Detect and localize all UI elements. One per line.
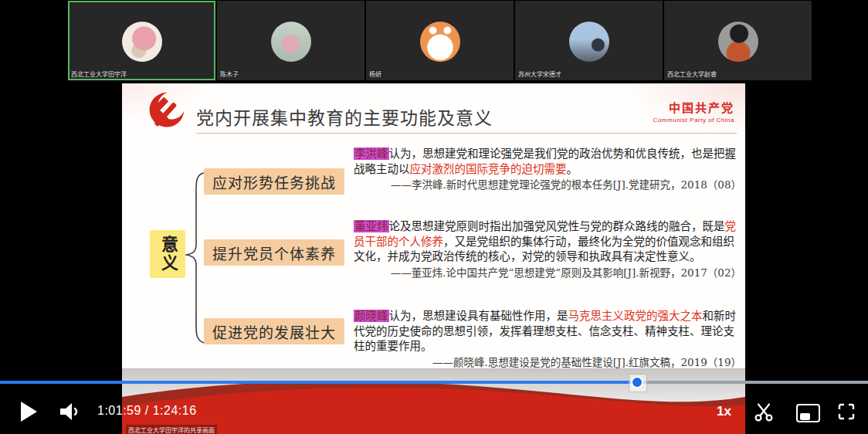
participant-name: 苏州大学宋德才	[518, 70, 561, 78]
avatar	[122, 22, 162, 62]
pip-button[interactable]	[796, 404, 820, 422]
diagram-root-box: 意义	[150, 230, 185, 278]
branch-box: 应对形势任务挑战	[204, 168, 344, 195]
party-emblem-icon	[144, 90, 187, 134]
brace-connector	[185, 168, 205, 351]
avatar	[718, 22, 758, 62]
participant-tile[interactable]: 杨妍	[366, 1, 514, 80]
slide-title: 党内开展集中教育的主要功能及意义	[196, 103, 493, 130]
progress-fill	[0, 381, 637, 384]
volume-button[interactable]	[59, 402, 83, 425]
fullscreen-icon	[838, 403, 855, 423]
participant-strip: 西北工业大学田宇洋 陈木子 杨妍 苏州大学宋德才 西北工业大学赵睿	[0, 0, 868, 81]
participant-name: 西北工业大学赵睿	[667, 70, 717, 78]
video-player: 西北工业大学田宇洋 陈木子 杨妍 苏州大学宋德才 西北工业大学赵睿	[0, 0, 868, 434]
quote-block: 董亚炜论及思想建党原则时指出加强党风党性与党的群众路线的融合，既是党员干部的个人…	[354, 219, 741, 280]
participant-name: 杨妍	[369, 70, 381, 78]
avatar	[420, 22, 460, 62]
brand-block: 中国共产党 Communist Party of China	[653, 99, 734, 124]
brand-cn: 中国共产党	[653, 99, 734, 115]
progress-track[interactable]	[0, 381, 868, 384]
quote-block: 李洪峰认为，思想建党和理论强党是我们党的政治优势和优良传统，也是把握战略主动以应…	[354, 147, 741, 193]
participant-tile[interactable]: 苏州大学宋德才	[515, 1, 663, 80]
citation: ——董亚炜.论中国共产党“思想建党”原则及其影响[J].新视野，2017（02）	[354, 266, 741, 281]
quote-block: 颜晓峰认为，思想建设具有基础性作用，是马克思主义政党的强大之本和新时代党的历史使…	[354, 309, 741, 370]
branch-box: 促进党的发展壮大	[204, 318, 344, 344]
participant-tile[interactable]: 陈木子	[217, 1, 364, 80]
play-button[interactable]	[21, 402, 37, 422]
participant-tile[interactable]: 西北工业大学赵睿	[664, 1, 812, 80]
avatar	[569, 22, 609, 62]
participant-tile[interactable]: 西北工业大学田宇洋	[68, 1, 215, 80]
quote-text: 董亚炜论及思想建党原则时指出加强党风党性与党的群众路线的融合，既是党员干部的个人…	[354, 219, 741, 265]
avatar	[271, 22, 311, 62]
clip-button[interactable]	[753, 402, 775, 426]
citation: ——李洪峰.新时代思想建党理论强党的根本任务[J].党建研究，2018（08）	[354, 178, 741, 193]
volume-icon	[59, 402, 83, 425]
title-divider	[196, 133, 737, 134]
brand-en: Communist Party of China	[653, 117, 734, 124]
participant-name: 西北工业大学田宇洋	[71, 70, 127, 78]
progress-knob[interactable]	[631, 376, 643, 388]
play-icon	[21, 402, 37, 422]
scissors-icon	[753, 402, 775, 426]
speed-button[interactable]: 1x	[717, 404, 731, 419]
quote-text: 李洪峰认为，思想建党和理论强党是我们党的政治优势和优良传统，也是把握战略主动以应…	[354, 147, 741, 177]
quote-text: 颜晓峰认为，思想建设具有基础性作用，是马克思主义政党的强大之本和新时代党的历史使…	[354, 309, 741, 354]
participant-name: 陈木子	[220, 70, 239, 78]
pip-icon	[796, 404, 820, 422]
share-watermark: 西北工业大学田宇洋的共享画面	[126, 425, 217, 434]
fullscreen-button[interactable]	[838, 403, 855, 423]
time-display: 1:01:59 / 1:24:16	[97, 404, 197, 418]
branch-box: 提升党员个体素养	[204, 239, 344, 266]
